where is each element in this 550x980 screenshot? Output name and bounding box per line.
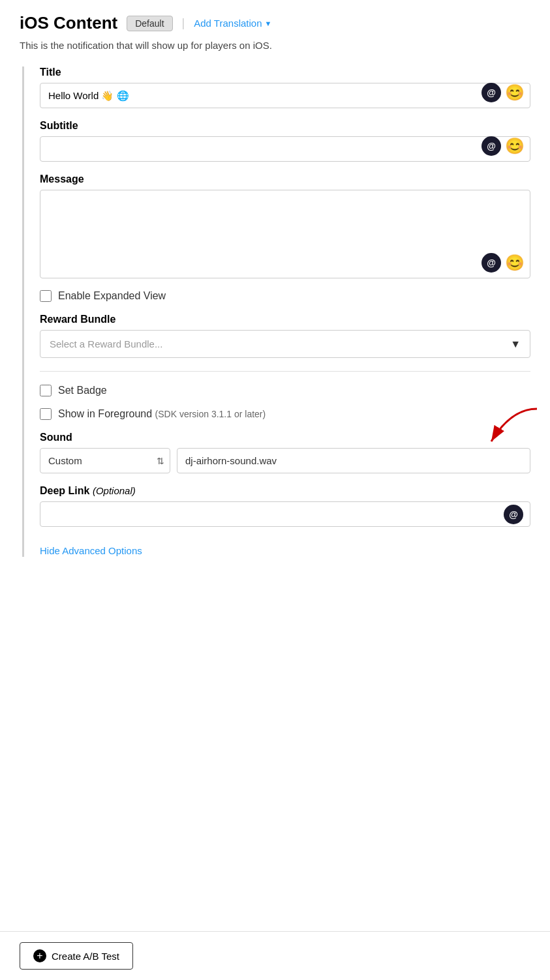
sdk-note: (SDK version 3.1.1 or later): [155, 409, 266, 419]
reward-bundle-field-group: Reward Bundle Select a Reward Bundle... …: [40, 314, 530, 358]
reward-bundle-select-wrapper: Select a Reward Bundle... ▼: [40, 330, 530, 358]
message-label: Message: [40, 173, 530, 185]
show-foreground-checkbox[interactable]: [40, 408, 52, 420]
title-input-wrapper: @ 😊: [40, 83, 530, 108]
enable-expanded-checkbox[interactable]: [40, 290, 52, 302]
title-input[interactable]: [40, 83, 530, 108]
section-divider: [40, 371, 530, 372]
form-section: Title @ 😊 Subtitle @ 😊 Message: [22, 67, 530, 557]
message-input-wrapper: @ 😊: [40, 190, 530, 278]
subtitle-input-icons: @ 😊: [481, 136, 525, 156]
sound-controls-row: Default Custom None ⇅: [40, 448, 530, 473]
sound-filename-input[interactable]: [177, 448, 530, 473]
reward-bundle-label: Reward Bundle: [40, 314, 530, 325]
message-input-icons: @ 😊: [481, 253, 525, 273]
set-badge-label: Set Badge: [58, 385, 107, 396]
reward-bundle-select[interactable]: Select a Reward Bundle...: [40, 331, 530, 357]
message-field-group: Message @ 😊: [40, 173, 530, 278]
title-label: Title: [40, 67, 530, 78]
deep-link-input[interactable]: [40, 502, 530, 526]
message-at-icon[interactable]: @: [481, 253, 501, 273]
sound-label: Sound: [40, 432, 530, 443]
create-ab-button[interactable]: + Create A/B Test: [20, 942, 133, 970]
subtitle-label: Subtitle: [40, 120, 530, 132]
title-at-icon[interactable]: @: [481, 83, 501, 102]
title-field-group: Title @ 😊: [40, 67, 530, 108]
deep-link-field-group: Deep Link (Optional) @: [40, 485, 530, 527]
sound-type-select-wrapper: Default Custom None ⇅: [40, 448, 170, 473]
pipe-divider: |: [182, 16, 185, 30]
subtitle-input[interactable]: [40, 137, 530, 161]
message-emoji-icon[interactable]: 😊: [505, 253, 525, 273]
chevron-down-icon: ▼: [265, 20, 272, 27]
create-ab-label: Create A/B Test: [52, 951, 119, 962]
page-subtitle: This is the notification that will show …: [20, 40, 530, 51]
title-input-icons: @ 😊: [481, 83, 525, 102]
enable-expanded-label: Enable Expanded View: [58, 290, 166, 302]
deep-link-input-wrapper: @: [40, 501, 530, 527]
enable-expanded-row: Enable Expanded View: [40, 290, 530, 302]
bottom-bar: + Create A/B Test: [0, 931, 550, 980]
show-foreground-label: Show in Foreground (SDK version 3.1.1 or…: [58, 408, 266, 420]
subtitle-input-wrapper: @ 😊: [40, 136, 530, 162]
deep-link-label: Deep Link (Optional): [40, 485, 530, 497]
page-header: iOS Content Default | Add Translation ▼: [20, 13, 530, 33]
sound-row-container: Default Custom None ⇅: [40, 448, 530, 473]
set-badge-row: Set Badge: [40, 385, 530, 396]
default-badge-button[interactable]: Default: [127, 16, 172, 31]
plus-icon: +: [33, 949, 46, 962]
hide-advanced-link[interactable]: Hide Advanced Options: [40, 545, 142, 556]
deep-link-at-icon[interactable]: @: [504, 505, 523, 524]
subtitle-field-group: Subtitle @ 😊: [40, 120, 530, 162]
deep-link-optional: (Optional): [93, 485, 136, 496]
add-translation-link[interactable]: Add Translation ▼: [194, 18, 271, 29]
page-title: iOS Content: [20, 13, 117, 33]
message-textarea[interactable]: [40, 190, 530, 275]
sound-type-select[interactable]: Default Custom None: [40, 449, 170, 473]
set-badge-checkbox[interactable]: [40, 385, 52, 396]
subtitle-at-icon[interactable]: @: [481, 136, 501, 156]
subtitle-emoji-icon[interactable]: 😊: [505, 136, 525, 156]
show-foreground-row: Show in Foreground (SDK version 3.1.1 or…: [40, 408, 530, 420]
sound-field-group: Sound Default Custom: [40, 432, 530, 473]
title-emoji-icon[interactable]: 😊: [505, 83, 525, 102]
